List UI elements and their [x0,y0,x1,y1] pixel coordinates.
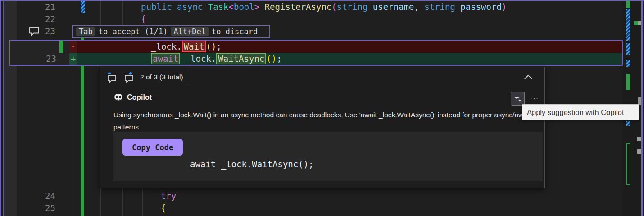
overview-ruler-gray-marker [637,137,641,141]
window-border-right [641,0,643,216]
indent-guide [122,1,123,25]
previous-comment-icon[interactable] [106,72,118,83]
diff-added-code: await _lock.WaitAsync(); [151,53,282,65]
indent-guide [122,188,123,216]
header-divider [190,71,190,83]
code-line-25: { [161,202,166,214]
code-line-24: try [161,190,176,202]
clipped-code-line: if (!_users.ContainsKey(username)) [0,214,639,216]
code-editor-screen: 21 22 23 public async Task<bool> Registe… [0,0,644,216]
more-actions-button[interactable]: ··· [527,92,541,106]
overview-ruler-green-marker [634,21,638,25]
suggested-code-text: await _lock.WaitAsync(); [190,159,314,169]
code-line-21: public async Task<bool> RegisterAsync(st… [141,1,507,13]
comment-author-row: Copilot [113,92,152,102]
minimap-added-marker [626,1,630,8]
apply-suggestion-button[interactable] [511,92,525,106]
hint-discard-text: to discard [212,27,258,36]
editor-border-left [3,0,4,216]
copilot-sparkle-icon [514,95,522,103]
diff-added-row: 23 + await _lock.WaitAsync(); [10,53,622,65]
inline-suggestion-hint: Tab to accept (1/1) Alt+Del to discard [72,25,270,38]
line-number-22: 22 [27,13,55,25]
minimap-added-outline-marker [626,143,630,185]
inline-diff-block: - _lock.Wait(); 23 + await _lock.WaitAsy… [9,40,623,66]
diff-minus-sign: - [69,41,77,53]
hint-accept-text: to accept (1/1) [99,27,168,36]
tab-key-badge: Tab [76,27,95,36]
line-number-25: 25 [27,202,55,214]
collapse-chevron-icon[interactable] [523,73,534,82]
window-border-top [0,0,644,1]
comment-author-name: Copilot [127,93,152,101]
copy-code-button[interactable]: Copy Code [122,139,183,156]
modified-change-bar [81,1,85,13]
editor-left-margin [4,0,17,216]
overview-ruler-gray-marker [637,149,641,154]
added-change-bar [81,66,84,216]
indent-guide [142,188,143,216]
review-comment-panel: 2 of 3 (3 total) Copilot ··· Using sy [100,67,545,188]
apply-suggestion-tooltip: Apply suggestion with Copilot [522,104,639,120]
copilot-logo-icon [113,92,123,102]
minimap-modified-marker [626,121,630,126]
suggestion-description: Using synchronous _lock.Wait() in an asy… [113,109,542,133]
suggested-code-block: Copy Code await _lock.WaitAsync(); [113,132,543,181]
diff-removed-row: - _lock.Wait(); [10,41,622,53]
minimap-modified-marker [626,60,630,67]
comment-position-label: 2 of 3 (3 total) [140,73,183,81]
diff-plus-sign: + [69,53,77,65]
indent-guide [100,1,101,25]
line-number-24: 24 [27,190,55,202]
diff-added-line-number: 23 [28,53,56,65]
line-number-21: 21 [27,1,55,13]
code-line-22: { [141,13,146,25]
next-comment-icon[interactable] [123,72,136,83]
window-border-left [0,0,1,216]
code-line-26: if (!_users.ContainsKey(username)) [181,214,356,216]
review-panel-header: 2 of 3 (3 total) [100,67,544,87]
indent-guide [100,188,101,216]
minimap-modified-marker [626,9,630,41]
comment-thread-icon[interactable] [28,26,40,37]
diff-gutter-change-bar [59,41,63,53]
diff-removed-code: _lock.Wait(); [151,41,222,53]
alt-del-key-badge: Alt+Del [171,27,209,36]
minimap-modified-marker [626,43,630,55]
minimap-added-marker [626,74,630,90]
